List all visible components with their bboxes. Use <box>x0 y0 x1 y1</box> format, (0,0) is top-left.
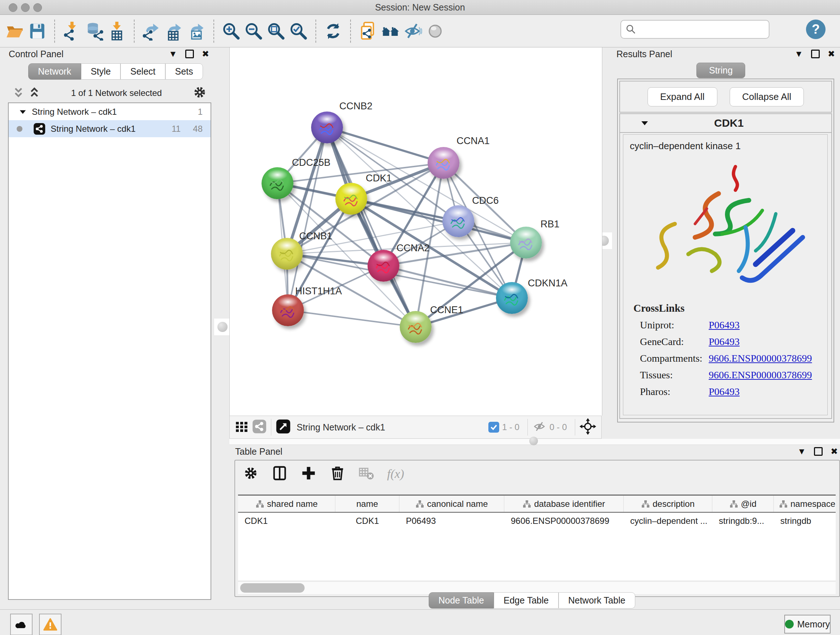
tab-select[interactable]: Select <box>120 63 165 80</box>
node-ccnb2[interactable] <box>311 111 343 143</box>
network-badge-gray-icon[interactable] <box>252 419 267 435</box>
cell-canonical-name[interactable]: P06493 <box>399 516 504 526</box>
share-document-button[interactable] <box>357 20 379 42</box>
cell--id[interactable]: stringdb:9... <box>712 516 774 526</box>
show-hide-graphics-button[interactable] <box>401 20 424 42</box>
cell-name[interactable]: CDK1 <box>335 516 399 526</box>
help-button[interactable]: ? <box>806 19 826 39</box>
home-button[interactable] <box>379 20 401 42</box>
cell-namespace[interactable]: stringdb <box>774 516 836 526</box>
node-cdkn1a[interactable] <box>496 282 528 314</box>
results-panel-menu-icon[interactable]: ▼ <box>794 50 803 58</box>
table-panel-float-icon[interactable] <box>814 447 823 456</box>
results-panel-float-icon[interactable] <box>811 50 820 58</box>
table-panel-close-icon[interactable]: ✖ <box>831 447 838 456</box>
collapse-triangle-icon[interactable] <box>19 108 27 116</box>
collection-count: 1 <box>198 107 202 117</box>
protein-ribbon-thumb <box>278 247 296 263</box>
gene-collapse-icon[interactable] <box>640 119 649 127</box>
tab-node-table[interactable]: Node Table <box>429 592 494 608</box>
zoom-out-button[interactable] <box>242 20 265 42</box>
import-network-button[interactable] <box>61 20 83 42</box>
eye-orb-icon <box>426 22 445 41</box>
node-table[interactable]: shared namenamecanonical namedatabase id… <box>238 494 836 580</box>
export-network-button[interactable] <box>141 20 163 42</box>
crosslink-value-link[interactable]: P06493 <box>709 386 740 397</box>
column-header-namespace[interactable]: namespace <box>774 496 836 512</box>
collapse-all-icon[interactable] <box>12 86 25 100</box>
memory-button[interactable]: Memory <box>784 615 831 633</box>
delete-column-button[interactable] <box>329 465 346 483</box>
table-settings-button[interactable] <box>242 465 259 483</box>
network-row-selected[interactable]: String Network – cdk1 11 48 <box>9 120 210 137</box>
toolbar-search-field[interactable] <box>621 20 769 39</box>
column-header--id[interactable]: @id <box>712 496 774 512</box>
crosslink-value-link[interactable]: P06493 <box>709 319 740 331</box>
add-column-button[interactable] <box>300 465 317 483</box>
cell-database-identifier[interactable]: 9606.ENSP00000378699 <box>504 516 624 526</box>
split-columns-button[interactable] <box>271 465 288 483</box>
column-header-database-identifier[interactable]: database identifier <box>504 496 624 512</box>
fit-content-button[interactable] <box>265 20 287 42</box>
export-table-button[interactable] <box>163 20 185 42</box>
save-session-button[interactable] <box>26 20 49 42</box>
table-row[interactable]: CDK1CDK1P064939606.ENSP00000378699cyclin… <box>238 513 836 529</box>
node-rb1[interactable] <box>510 226 542 258</box>
tab-edge-table[interactable]: Edge Table <box>494 592 559 608</box>
node-cdc25b[interactable] <box>262 167 294 199</box>
refresh-view-button[interactable] <box>322 20 344 42</box>
node-ccne1[interactable] <box>400 311 431 343</box>
node-ccna2[interactable] <box>368 250 399 282</box>
node-cdk1[interactable] <box>335 183 367 215</box>
node-ccna1[interactable] <box>428 147 459 179</box>
warning-button[interactable] <box>39 614 62 635</box>
node-label-ccne1: CCNE1 <box>430 304 463 316</box>
tab-sets[interactable]: Sets <box>165 63 203 80</box>
table-panel-menu-icon[interactable]: ▼ <box>797 447 806 456</box>
results-panel-close-icon[interactable]: ✖ <box>828 50 835 58</box>
network-collection-row[interactable]: String Network – cdk1 1 <box>9 103 210 120</box>
zoom-selected-button[interactable] <box>287 20 309 42</box>
tab-network-table[interactable]: Network Table <box>559 592 635 608</box>
cloud-button[interactable] <box>10 614 33 635</box>
control-panel-close-icon[interactable]: ✖ <box>202 50 209 58</box>
tab-string[interactable]: String <box>696 63 745 78</box>
birdseye-navigator-icon[interactable] <box>579 418 596 436</box>
column-header-name[interactable]: name <box>335 496 399 512</box>
cell-description[interactable]: cyclin–dependent ... <box>624 516 712 526</box>
selected-checkbox[interactable] <box>488 422 499 432</box>
network-node-count: 11 <box>172 124 180 134</box>
network-options-gear-icon[interactable] <box>193 85 207 101</box>
scrollbar-thumb[interactable] <box>240 583 305 593</box>
zoom-in-button[interactable] <box>220 20 242 42</box>
search-input[interactable] <box>636 24 761 35</box>
tab-network[interactable]: Network <box>28 63 81 80</box>
control-panel-menu-icon[interactable]: ▼ <box>169 50 177 58</box>
crosslink-value-link[interactable]: 9606.ENSP00000378699 <box>709 353 812 364</box>
expand-all-button[interactable]: Expand All <box>647 87 717 106</box>
detach-view-icon[interactable] <box>276 419 291 435</box>
cell-shared-name[interactable]: CDK1 <box>238 516 335 526</box>
network-canvas[interactable]: CCNB2 CCNA1 CDC25B CDK1 CDC6 RB1 CCNB1 <box>229 48 602 416</box>
network-list: String Network – cdk1 1 String Network –… <box>8 103 211 600</box>
tab-style[interactable]: Style <box>81 63 121 80</box>
crosslink-value-link[interactable]: 9606.ENSP00000378699 <box>709 369 812 381</box>
node-ccnb1[interactable] <box>271 238 303 270</box>
column-header-shared-name[interactable]: shared name <box>238 496 335 512</box>
crosslink-value-link[interactable]: P06493 <box>709 336 740 348</box>
collapse-all-button[interactable]: Collapse All <box>729 87 804 106</box>
column-header-canonical-name[interactable]: canonical name <box>399 496 504 512</box>
node-cdc6[interactable] <box>442 205 474 237</box>
crosslink-label: Uniprot: <box>640 319 709 331</box>
node-hist1h1a[interactable] <box>272 295 304 326</box>
control-panel-float-icon[interactable] <box>185 50 194 58</box>
eye-orb-button[interactable] <box>424 20 447 42</box>
export-image-button[interactable] <box>185 20 208 42</box>
grid-view-icon[interactable] <box>235 420 248 435</box>
open-file-button[interactable] <box>4 20 26 42</box>
import-table-button[interactable] <box>106 20 128 42</box>
left-splitter-handle[interactable] <box>214 318 231 335</box>
expand-all-icon[interactable] <box>28 86 41 100</box>
import-database-button[interactable] <box>83 20 106 42</box>
column-header-description[interactable]: description <box>624 496 712 512</box>
